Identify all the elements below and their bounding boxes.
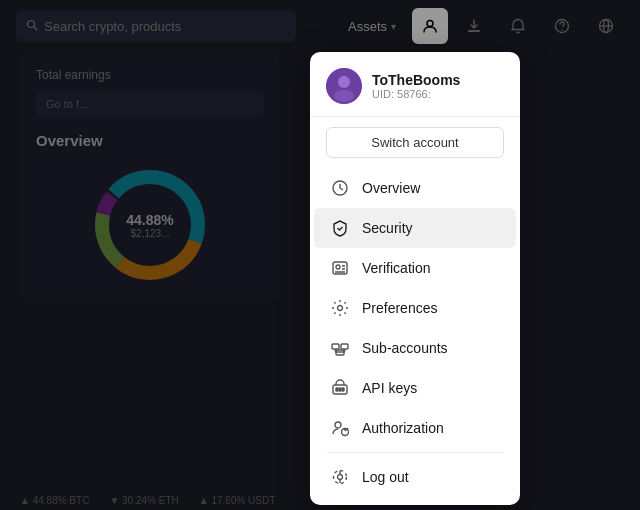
- menu-item-preferences[interactable]: Preferences: [314, 288, 516, 328]
- overview-label: Overview: [362, 180, 420, 196]
- menu-item-overview[interactable]: Overview: [314, 168, 516, 208]
- verification-label: Verification: [362, 260, 430, 276]
- user-profile-section: ToTheBooms UID: 58766:: [310, 52, 520, 117]
- svg-rect-29: [339, 388, 341, 391]
- security-icon: [330, 218, 350, 238]
- username: ToTheBooms: [372, 72, 504, 88]
- preferences-icon: [330, 298, 350, 318]
- svg-rect-28: [336, 388, 338, 391]
- logout-label: Log out: [362, 469, 409, 485]
- subaccounts-icon: [330, 338, 350, 358]
- svg-point-16: [334, 90, 354, 102]
- verification-icon: [330, 258, 350, 278]
- avatar: [326, 68, 362, 104]
- menu-divider: [326, 452, 504, 453]
- svg-point-20: [338, 306, 343, 311]
- preferences-label: Preferences: [362, 300, 437, 316]
- uid: UID: 58766:: [372, 88, 504, 100]
- menu-item-logout[interactable]: Log out: [314, 457, 516, 497]
- authorization-icon: [330, 418, 350, 438]
- switch-account-button[interactable]: Switch account: [326, 127, 504, 158]
- logout-icon: [330, 467, 350, 487]
- menu-item-security[interactable]: Security: [314, 208, 516, 248]
- menu-item-verification[interactable]: Verification: [314, 248, 516, 288]
- svg-rect-30: [342, 388, 344, 391]
- svg-point-15: [338, 76, 350, 88]
- subaccounts-label: Sub-accounts: [362, 340, 448, 356]
- svg-rect-22: [341, 344, 348, 349]
- menu-item-apikeys[interactable]: API keys: [314, 368, 516, 408]
- user-dropdown-menu: ToTheBooms UID: 58766: Switch account Ov…: [310, 52, 520, 505]
- menu-item-authorization[interactable]: Authorization: [314, 408, 516, 448]
- apikeys-label: API keys: [362, 380, 417, 396]
- security-label: Security: [362, 220, 413, 236]
- overview-icon: [330, 178, 350, 198]
- svg-point-19: [336, 265, 340, 269]
- svg-point-34: [338, 475, 343, 480]
- menu-item-subaccounts[interactable]: Sub-accounts: [314, 328, 516, 368]
- svg-rect-21: [332, 344, 339, 349]
- authorization-label: Authorization: [362, 420, 444, 436]
- svg-point-31: [335, 422, 341, 428]
- user-info: ToTheBooms UID: 58766:: [372, 72, 504, 100]
- apikeys-icon: [330, 378, 350, 398]
